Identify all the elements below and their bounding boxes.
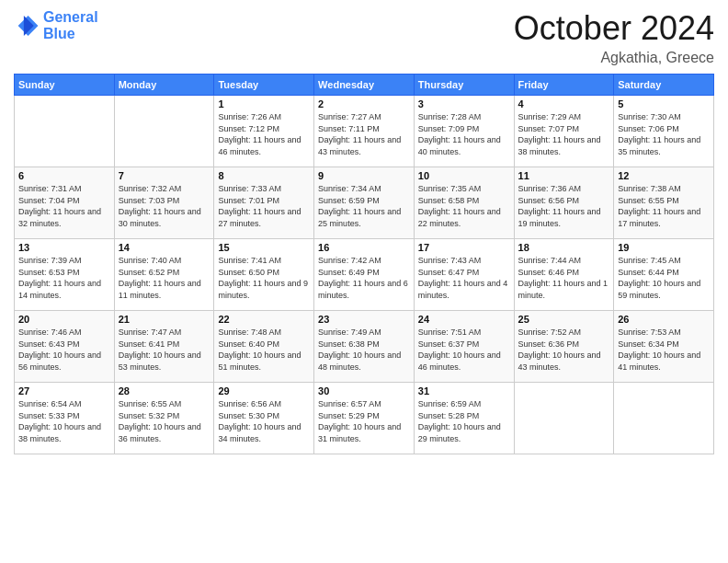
week-row-1: 6Sunrise: 7:31 AM Sunset: 7:04 PM Daylig…	[15, 167, 714, 239]
calendar-cell: 20Sunrise: 7:46 AM Sunset: 6:43 PM Dayli…	[15, 311, 115, 383]
calendar-cell: 14Sunrise: 7:40 AM Sunset: 6:52 PM Dayli…	[114, 239, 214, 311]
calendar-cell: 24Sunrise: 7:51 AM Sunset: 6:37 PM Dayli…	[414, 311, 514, 383]
day-number: 27	[18, 385, 110, 396]
calendar-cell	[15, 96, 115, 167]
cell-content: Sunrise: 6:57 AM Sunset: 5:29 PM Dayligh…	[318, 398, 410, 444]
day-number: 12	[618, 170, 710, 181]
week-row-3: 20Sunrise: 7:46 AM Sunset: 6:43 PM Dayli…	[15, 311, 714, 383]
header-day-sunday: Sunday	[15, 75, 115, 96]
logo-text: General Blue	[43, 9, 98, 41]
cell-content: Sunrise: 7:48 AM Sunset: 6:40 PM Dayligh…	[218, 327, 310, 373]
day-number: 18	[518, 242, 610, 253]
cell-content: Sunrise: 7:32 AM Sunset: 7:03 PM Dayligh…	[119, 183, 210, 229]
logo-line2: Blue	[43, 26, 98, 42]
calendar-cell: 27Sunrise: 6:54 AM Sunset: 5:33 PM Dayli…	[15, 383, 115, 454]
cell-content: Sunrise: 7:33 AM Sunset: 7:01 PM Dayligh…	[218, 183, 310, 229]
calendar-cell: 7Sunrise: 7:32 AM Sunset: 7:03 PM Daylig…	[114, 167, 214, 239]
header-day-tuesday: Tuesday	[214, 75, 314, 96]
day-number: 15	[218, 242, 310, 253]
day-number: 4	[518, 98, 610, 109]
calendar-cell: 21Sunrise: 7:47 AM Sunset: 6:41 PM Dayli…	[114, 311, 214, 383]
cell-content: Sunrise: 7:41 AM Sunset: 6:50 PM Dayligh…	[218, 255, 310, 301]
cell-content: Sunrise: 7:51 AM Sunset: 6:37 PM Dayligh…	[418, 327, 510, 373]
day-number: 7	[119, 170, 210, 181]
header-day-saturday: Saturday	[614, 75, 714, 96]
cell-content: Sunrise: 7:30 AM Sunset: 7:06 PM Dayligh…	[618, 111, 710, 157]
calendar-cell: 18Sunrise: 7:44 AM Sunset: 6:46 PM Dayli…	[514, 239, 614, 311]
day-number: 19	[618, 242, 710, 253]
day-number: 14	[119, 242, 210, 253]
day-number: 10	[418, 170, 510, 181]
day-number: 23	[318, 314, 410, 325]
day-number: 2	[318, 98, 410, 109]
week-row-0: 1Sunrise: 7:26 AM Sunset: 7:12 PM Daylig…	[15, 96, 714, 167]
day-number: 26	[618, 314, 710, 325]
calendar-cell	[514, 383, 614, 454]
day-number: 16	[318, 242, 410, 253]
cell-content: Sunrise: 7:38 AM Sunset: 6:55 PM Dayligh…	[618, 183, 710, 229]
cell-content: Sunrise: 7:31 AM Sunset: 7:04 PM Dayligh…	[18, 183, 110, 229]
calendar-cell: 16Sunrise: 7:42 AM Sunset: 6:49 PM Dayli…	[314, 239, 415, 311]
calendar-cell: 8Sunrise: 7:33 AM Sunset: 7:01 PM Daylig…	[214, 167, 314, 239]
day-number: 3	[418, 98, 510, 109]
header-day-friday: Friday	[514, 75, 614, 96]
calendar-cell: 4Sunrise: 7:29 AM Sunset: 7:07 PM Daylig…	[514, 96, 614, 167]
calendar-cell: 12Sunrise: 7:38 AM Sunset: 6:55 PM Dayli…	[614, 167, 714, 239]
header-day-thursday: Thursday	[414, 75, 514, 96]
cell-content: Sunrise: 7:52 AM Sunset: 6:36 PM Dayligh…	[518, 327, 610, 373]
cell-content: Sunrise: 6:56 AM Sunset: 5:30 PM Dayligh…	[218, 398, 310, 444]
calendar-cell	[114, 96, 214, 167]
calendar-cell: 1Sunrise: 7:26 AM Sunset: 7:12 PM Daylig…	[214, 96, 314, 167]
day-number: 29	[218, 385, 310, 396]
day-number: 21	[119, 314, 210, 325]
cell-content: Sunrise: 6:59 AM Sunset: 5:28 PM Dayligh…	[418, 398, 510, 444]
title-block: October 2024 Agkathia, Greece	[514, 9, 714, 66]
cell-content: Sunrise: 7:49 AM Sunset: 6:38 PM Dayligh…	[318, 327, 410, 373]
day-number: 6	[18, 170, 110, 181]
day-number: 24	[418, 314, 510, 325]
calendar-cell: 17Sunrise: 7:43 AM Sunset: 6:47 PM Dayli…	[414, 239, 514, 311]
cell-content: Sunrise: 7:42 AM Sunset: 6:49 PM Dayligh…	[318, 255, 410, 301]
cell-content: Sunrise: 7:46 AM Sunset: 6:43 PM Dayligh…	[18, 327, 110, 373]
calendar-cell: 26Sunrise: 7:53 AM Sunset: 6:34 PM Dayli…	[614, 311, 714, 383]
calendar-cell: 29Sunrise: 6:56 AM Sunset: 5:30 PM Dayli…	[214, 383, 314, 454]
day-number: 17	[418, 242, 510, 253]
week-row-4: 27Sunrise: 6:54 AM Sunset: 5:33 PM Dayli…	[15, 383, 714, 454]
calendar-cell: 25Sunrise: 7:52 AM Sunset: 6:36 PM Dayli…	[514, 311, 614, 383]
calendar-cell: 28Sunrise: 6:55 AM Sunset: 5:32 PM Dayli…	[114, 383, 214, 454]
header: General Blue October 2024 Agkathia, Gree…	[14, 9, 714, 66]
cell-content: Sunrise: 7:45 AM Sunset: 6:44 PM Dayligh…	[618, 255, 710, 301]
day-number: 11	[518, 170, 610, 181]
cell-content: Sunrise: 7:39 AM Sunset: 6:53 PM Dayligh…	[18, 255, 110, 301]
cell-content: Sunrise: 7:47 AM Sunset: 6:41 PM Dayligh…	[119, 327, 210, 373]
calendar-cell	[614, 383, 714, 454]
calendar-cell: 31Sunrise: 6:59 AM Sunset: 5:28 PM Dayli…	[414, 383, 514, 454]
logo-icon	[14, 13, 40, 39]
day-number: 8	[218, 170, 310, 181]
logo-line1: General	[43, 9, 98, 25]
cell-content: Sunrise: 6:55 AM Sunset: 5:32 PM Dayligh…	[119, 398, 210, 444]
calendar-cell: 23Sunrise: 7:49 AM Sunset: 6:38 PM Dayli…	[314, 311, 415, 383]
cell-content: Sunrise: 7:43 AM Sunset: 6:47 PM Dayligh…	[418, 255, 510, 301]
page: General Blue October 2024 Agkathia, Gree…	[0, 0, 728, 563]
day-number: 9	[318, 170, 410, 181]
day-number: 13	[18, 242, 110, 253]
day-number: 31	[418, 385, 510, 396]
calendar-cell: 9Sunrise: 7:34 AM Sunset: 6:59 PM Daylig…	[314, 167, 415, 239]
day-number: 20	[18, 314, 110, 325]
calendar-cell: 30Sunrise: 6:57 AM Sunset: 5:29 PM Dayli…	[314, 383, 415, 454]
cell-content: Sunrise: 7:53 AM Sunset: 6:34 PM Dayligh…	[618, 327, 710, 373]
calendar-cell: 6Sunrise: 7:31 AM Sunset: 7:04 PM Daylig…	[15, 167, 115, 239]
calendar-cell: 15Sunrise: 7:41 AM Sunset: 6:50 PM Dayli…	[214, 239, 314, 311]
calendar-cell: 11Sunrise: 7:36 AM Sunset: 6:56 PM Dayli…	[514, 167, 614, 239]
location-title: Agkathia, Greece	[514, 50, 714, 66]
day-number: 5	[618, 98, 710, 109]
month-title: October 2024	[514, 9, 714, 48]
day-number: 22	[218, 314, 310, 325]
calendar-cell: 10Sunrise: 7:35 AM Sunset: 6:58 PM Dayli…	[414, 167, 514, 239]
day-number: 28	[119, 385, 210, 396]
calendar-cell: 5Sunrise: 7:30 AM Sunset: 7:06 PM Daylig…	[614, 96, 714, 167]
cell-content: Sunrise: 7:27 AM Sunset: 7:11 PM Dayligh…	[318, 111, 410, 157]
calendar-cell: 22Sunrise: 7:48 AM Sunset: 6:40 PM Dayli…	[214, 311, 314, 383]
header-row: SundayMondayTuesdayWednesdayThursdayFrid…	[15, 75, 714, 96]
